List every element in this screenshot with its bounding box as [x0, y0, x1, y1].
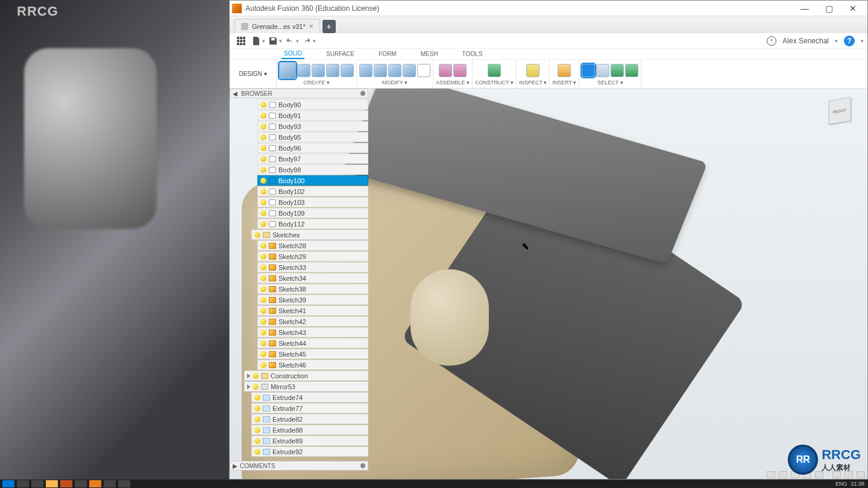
visibility-bulb-icon[interactable]	[253, 373, 259, 379]
tree-node[interactable]: Sketch42	[257, 316, 368, 327]
tree-node[interactable]: Body98	[257, 164, 368, 175]
username-label[interactable]: Alex Senechal	[782, 37, 829, 45]
press-pull-icon[interactable]	[359, 64, 373, 77]
tree-node[interactable]: Body91	[257, 110, 368, 120]
browser-header[interactable]: ◀ BROWSER	[230, 89, 368, 98]
help-button[interactable]: ?	[844, 36, 855, 46]
freeform-select-icon[interactable]	[611, 64, 624, 77]
tree-node[interactable]: Extrude89	[251, 436, 368, 446]
minimize-button[interactable]: —	[793, 1, 817, 16]
tree-node[interactable]: Body95	[257, 132, 368, 142]
tree-node[interactable]: Sketch43	[257, 327, 368, 337]
start-button[interactable]	[2, 480, 14, 487]
window-select-icon[interactable]	[596, 64, 609, 77]
visibility-bulb-icon[interactable]	[254, 427, 260, 433]
new-sketch-icon[interactable]	[279, 62, 296, 79]
look-at-icon[interactable]	[779, 471, 787, 478]
browser-options-icon[interactable]	[360, 91, 365, 96]
document-tab[interactable]: Grenade...es v31* ×	[234, 19, 320, 33]
app-icon-4[interactable]	[104, 480, 116, 487]
visibility-bulb-icon[interactable]	[260, 308, 266, 314]
visibility-bulb-icon[interactable]	[254, 232, 260, 238]
visibility-bulb-icon[interactable]	[253, 384, 259, 390]
expand-icon[interactable]	[247, 374, 250, 378]
close-window-button[interactable]: ✕	[841, 1, 865, 16]
combine-icon[interactable]	[403, 64, 416, 77]
tab-form[interactable]: FORM	[376, 49, 398, 58]
app-icon-3[interactable]	[89, 480, 101, 487]
visibility-bulb-icon[interactable]	[254, 438, 260, 444]
visibility-bulb-icon[interactable]	[260, 156, 266, 162]
tree-node[interactable]: Sketch45	[257, 349, 368, 359]
tree-node[interactable]: Body112	[257, 219, 368, 229]
close-tab-button[interactable]: ×	[309, 22, 313, 31]
tree-node[interactable]: Extrude74	[251, 392, 368, 402]
tree-node[interactable]: Body93	[257, 121, 368, 131]
tree-node[interactable]: Sketch39	[257, 295, 368, 305]
fillet-icon[interactable]	[374, 64, 387, 77]
visibility-bulb-icon[interactable]	[260, 134, 266, 140]
visibility-bulb-icon[interactable]	[260, 113, 266, 119]
data-panel-icon[interactable]	[233, 34, 249, 48]
tree-node[interactable]: Sketch29	[257, 251, 368, 261]
visibility-bulb-icon[interactable]	[254, 416, 260, 422]
tree-node[interactable]: Sketch41	[257, 305, 368, 316]
tree-node[interactable]: Body97	[257, 154, 368, 164]
visibility-bulb-icon[interactable]	[260, 286, 266, 292]
tree-node[interactable]: Sketch33	[257, 262, 368, 272]
select-arrow-icon[interactable]	[582, 64, 595, 77]
visibility-bulb-icon[interactable]	[260, 145, 266, 151]
tree-node[interactable]: Extrude82	[251, 414, 368, 424]
extrude-icon[interactable]	[312, 64, 325, 77]
app-icon-1[interactable]	[60, 480, 72, 487]
visibility-bulb-icon[interactable]	[260, 297, 266, 303]
tree-node[interactable]: Sketch28	[257, 240, 368, 251]
task-view-icon[interactable]	[31, 480, 43, 487]
viewport[interactable]: RIGHT ◀ BROWSER Body90Body91Body93Body95…	[230, 89, 867, 479]
app-icon-2[interactable]	[75, 480, 87, 487]
tree-node[interactable]: Mirror53	[244, 381, 368, 392]
tab-solid[interactable]: SOLID	[281, 49, 304, 59]
visibility-bulb-icon[interactable]	[260, 254, 266, 260]
tree-node[interactable]: Sketches	[251, 230, 368, 240]
explorer-icon[interactable]	[46, 480, 58, 487]
comments-panel[interactable]: ▶ COMMENTS	[230, 461, 368, 471]
visibility-bulb-icon[interactable]	[260, 275, 266, 281]
tree-node[interactable]: Body100	[257, 175, 368, 186]
tab-tools[interactable]: TOOLS	[460, 49, 485, 58]
tree-node[interactable]: Extrude88	[251, 425, 368, 435]
measure-icon[interactable]	[526, 64, 539, 77]
create-form-icon[interactable]	[297, 64, 310, 77]
visibility-bulb-icon[interactable]	[260, 351, 266, 357]
revolve-icon[interactable]	[326, 64, 339, 77]
tree-node[interactable]: Body96	[257, 143, 368, 153]
insert-icon[interactable]	[558, 64, 571, 77]
visibility-bulb-icon[interactable]	[260, 340, 266, 346]
tray-lang[interactable]: ENG	[835, 481, 848, 487]
visibility-bulb-icon[interactable]	[260, 124, 266, 130]
tree-node[interactable]: Sketch44	[257, 338, 368, 348]
tab-mesh[interactable]: MESH	[418, 49, 441, 58]
redo-button[interactable]	[301, 34, 316, 48]
app-icon-5[interactable]	[118, 480, 130, 487]
as-built-joint-icon[interactable]	[453, 64, 467, 77]
orbit-icon[interactable]	[767, 471, 775, 478]
visibility-bulb-icon[interactable]	[254, 449, 260, 455]
visibility-bulb-icon[interactable]	[260, 178, 266, 184]
view-cube-face[interactable]: RIGHT	[828, 97, 851, 125]
view-cube[interactable]: RIGHT	[822, 93, 858, 130]
visibility-bulb-icon[interactable]	[260, 362, 266, 368]
job-status-icon[interactable]	[767, 36, 776, 46]
collapse-icon[interactable]: ◀	[233, 90, 239, 97]
visibility-bulb-icon[interactable]	[260, 243, 266, 249]
visibility-bulb-icon[interactable]	[260, 264, 266, 271]
tree-node[interactable]: Extrude92	[251, 446, 368, 457]
tree-node[interactable]: Body109	[257, 208, 368, 218]
file-menu-button[interactable]	[250, 34, 266, 48]
visibility-bulb-icon[interactable]	[260, 189, 266, 195]
maximize-button[interactable]: ▢	[817, 1, 841, 16]
tree-node[interactable]: Body103	[257, 197, 368, 207]
tree-node[interactable]: Sketch46	[257, 360, 368, 370]
search-icon[interactable]	[17, 480, 29, 487]
shell-icon[interactable]	[388, 64, 401, 77]
